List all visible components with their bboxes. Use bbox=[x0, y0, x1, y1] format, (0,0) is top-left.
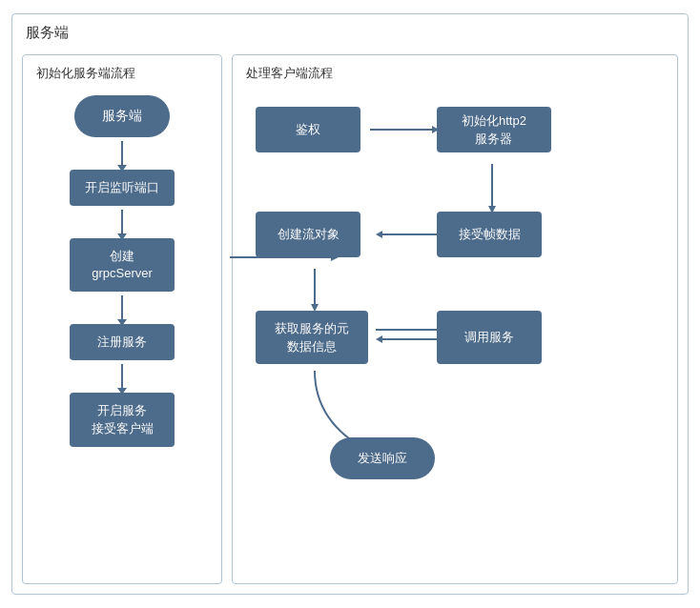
outer-label: 服务端 bbox=[26, 24, 69, 42]
node-get-meta: 获取服务的元 数据信息 bbox=[256, 311, 368, 364]
node-call-service: 调用服务 bbox=[437, 311, 542, 364]
node-send-resp: 发送响应 bbox=[330, 437, 435, 479]
outer-container: 服务端 初始化服务端流程 服务端 开启监听端口 创建 grpcServer bbox=[11, 13, 689, 595]
svg-marker-9 bbox=[376, 335, 382, 343]
node-init-http2: 初始化http2 服务器 bbox=[437, 107, 551, 152]
node-listen: 开启监听端口 bbox=[70, 170, 175, 206]
arrow-2 bbox=[121, 210, 123, 234]
node-server: 服务端 bbox=[74, 95, 170, 137]
node-grpc: 创建 grpcServer bbox=[70, 238, 175, 292]
left-panel-label: 初始化服务端流程 bbox=[36, 65, 135, 82]
right-panel: 处理客户端流程 bbox=[232, 54, 678, 584]
svg-marker-5 bbox=[376, 231, 382, 238]
arrow-3 bbox=[121, 295, 123, 320]
arrow-1 bbox=[121, 141, 123, 166]
node-auth: 鉴权 bbox=[256, 107, 360, 152]
arrow-4 bbox=[121, 364, 123, 389]
left-panel: 初始化服务端流程 服务端 开启监听端口 创建 grpcServer bbox=[22, 54, 222, 584]
right-abs: 鉴权 初始化http2 服务器 创建流对象 接受帧数据 获取服务的元 数据信息 bbox=[246, 99, 664, 570]
node-start: 开启服务 接受客户端 bbox=[70, 393, 175, 446]
node-create-stream: 创建流对象 bbox=[256, 212, 360, 257]
left-flow: 服务端 开启监听端口 创建 grpcServer 注册服务 bbox=[32, 95, 212, 447]
node-register: 注册服务 bbox=[70, 324, 175, 360]
right-panel-label: 处理客户端流程 bbox=[246, 65, 333, 82]
inner-area: 初始化服务端流程 服务端 开启监听端口 创建 grpcServer bbox=[22, 54, 678, 584]
node-recv-frame: 接受帧数据 bbox=[437, 212, 542, 257]
